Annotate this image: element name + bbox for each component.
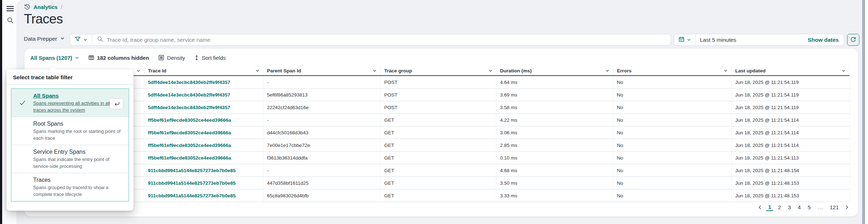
filter-option[interactable]: Service Entry SpansSpans that indicate t… [12,145,128,173]
cell-last-updated: Jun 18, 2025 @ 11:21:48.153 [732,189,850,202]
pagination-page[interactable]: 3 [786,204,793,211]
trace-id-link[interactable]: 5dff4dee14e3ecbc8430eb2ffe9f4357 [144,89,263,101]
sort-fields-label: Sort fields [202,55,226,61]
trace-id-link[interactable]: ff5bef61ef9ecde83052ce4eed39666a [144,152,263,164]
column-header-last-updated[interactable]: Last updated [732,66,850,75]
pagination-page[interactable]: 2 [776,204,783,211]
table-row: ff5bef61ef9ecde83052ce4eed39666a7e00e1e1… [29,139,850,152]
table-row: ff5bef61ef9ecde83052ce4eed39666ad44cfc50… [29,126,850,139]
grid-header: Trace IdParent Span IdTrace groupDuratio… [29,66,850,76]
menu-icon[interactable] [5,4,15,14]
cell-trace-group: POST [381,76,496,88]
cell-trace-group: POST [381,101,496,113]
pagination-page[interactable]: 5 [806,204,812,211]
chevron-right-icon[interactable] [844,205,850,210]
pagination-ellipsis: … [816,204,825,211]
density-icon [158,55,164,61]
filter-option[interactable]: TracesSpans grouped by traceId to show a… [12,173,128,201]
trace-id-link[interactable]: 5dff4dee14e3ecbc8430eb2ffe9f4357 [144,76,263,88]
search-icon[interactable] [5,15,15,25]
search-bar [70,34,671,46]
cell-duration: 2.85 ms [496,139,613,151]
cell-trace-group: GET [381,177,496,189]
trace-id-link[interactable]: 911cbbd9941a5144e8257273eb7b0e85 [144,164,263,176]
cell-trace-group: GET [381,139,496,151]
cell-last-updated: Jun 18, 2025 @ 11:21:54.119 [732,101,850,113]
column-header-parent-span-id[interactable]: Parent Span Id [263,66,381,75]
calendar-icon [679,36,684,44]
show-dates-button[interactable]: Show dates [808,37,844,43]
return-key-button[interactable] [110,98,123,109]
cell-last-updated: Jun 18, 2025 @ 11:21:48.154 [732,164,850,176]
columns-hidden-button[interactable]: 182 columns hidden [88,55,149,61]
cell-last-updated: Jun 18, 2025 @ 11:21:54.114 [732,126,850,139]
cell-parent-span-id: d44cfc50168d3b43 [263,126,381,139]
cell-parent-span-id: f3613b36314dddfa [263,152,381,164]
trace-id-link[interactable]: 5dff4dee14e3ecbc8430eb2ffe9f4357 [144,101,263,113]
filter-option-description: Spans grouped by traceId to show a compl… [33,184,124,198]
cell-parent-span-id: 22242cf24d63d16e [263,101,381,113]
trace-search-input[interactable] [107,37,666,43]
cell-errors: No [613,114,732,126]
trace-table-filter-label: All Spans (1207) [30,55,72,61]
cell-duration: 3.33 ms [496,189,613,202]
cell-duration: 0.10 ms [496,152,613,164]
column-actions-chevron-icon[interactable] [842,69,846,73]
refresh-button[interactable] [847,34,859,46]
cell-errors: No [613,89,732,101]
filter-option[interactable]: All SpansSpans representing all activiti… [12,89,128,117]
trace-id-link[interactable]: 911cbbd9941a5144e8257273eb7b0e85 [144,177,263,189]
time-range-value[interactable]: Last 5 minutes [700,37,736,43]
scrollbar-thumb[interactable] [862,0,865,224]
chevron-left-icon[interactable] [757,205,763,210]
column-actions-chevron-icon[interactable] [605,69,609,73]
sort-fields-button[interactable]: Sort fields [194,55,226,61]
column-header-duration-ms-[interactable]: Duration (ms) [496,66,613,75]
breadcrumb: Analytics / [24,4,62,10]
trace-id-link[interactable]: ff5bef61ef9ecde83052ce4eed39666a [144,114,263,126]
trace-id-link[interactable]: ff5bef61ef9ecde83052ce4eed39666a [144,139,263,151]
column-header-trace-id[interactable]: Trace Id [144,66,263,75]
table-row: ff5bef61ef9ecde83052ce4eed39666a-GET4.22… [29,114,850,126]
column-header-errors[interactable]: Errors [613,66,732,75]
column-actions-chevron-icon[interactable] [255,69,259,73]
vertical-scrollbar[interactable] [862,0,865,224]
cell-trace-group: GET [381,114,496,126]
cell-errors: No [613,139,732,151]
traces-data-grid: Trace IdParent Span IdTrace groupDuratio… [29,66,850,202]
cell-trace-group: POST [381,89,496,101]
table-row: 911cbbd9941a5144e8257273eb7b0e85447d358b… [29,177,850,189]
column-actions-chevron-icon[interactable] [488,69,492,73]
trace-table-filter-button[interactable]: All Spans (1207) [30,55,79,61]
cell-duration: 4.22 ms [496,114,613,126]
filter-button[interactable] [70,34,92,45]
table-columns-icon [88,55,94,61]
history-icon [24,4,30,10]
column-header-trace-group[interactable]: Trace group [381,66,496,75]
density-button[interactable]: Density [158,55,185,61]
cell-duration: 3.50 ms [496,177,613,189]
date-picker: Last 5 minutes Show dates [674,34,844,46]
column-actions-chevron-icon[interactable] [136,69,140,73]
filter-option-description: Spans representing all activities in all… [33,100,120,113]
check-icon [19,100,26,106]
column-header-label: Trace Id [148,68,166,73]
trace-id-link[interactable]: 911cbbd9941a5144e8257273eb7b0e85 [144,189,263,202]
pagination-page[interactable]: 1 [766,203,773,211]
column-actions-chevron-icon[interactable] [373,69,377,73]
breadcrumb-analytics-link[interactable]: Analytics [34,4,58,10]
filter-option[interactable]: Root SpansSpans marking the root or star… [12,117,128,145]
chevron-down-icon [687,37,691,43]
pagination-page[interactable]: 121 [828,204,841,211]
dataset-selector[interactable]: Data Prepper [24,36,65,42]
pagination: 12345…121 [757,203,850,211]
cell-last-updated: Jun 18, 2025 @ 11:21:48.153 [732,177,850,189]
column-actions-chevron-icon[interactable] [724,69,728,73]
cell-parent-span-id: 7e00e1e17cbbe72e [263,139,381,151]
trace-id-link[interactable]: ff5bef61ef9ecde83052ce4eed39666a [144,126,263,139]
grid-body: 5dff4dee14e3ecbc8430eb2ffe9f4357-POST4.6… [29,76,850,202]
date-picker-menu-button[interactable] [674,34,696,45]
pagination-page[interactable]: 4 [796,204,802,211]
table-row: 5dff4dee14e3ecbc8430eb2ffe9f4357-POST4.6… [29,76,850,89]
page-title: Traces [24,12,63,27]
